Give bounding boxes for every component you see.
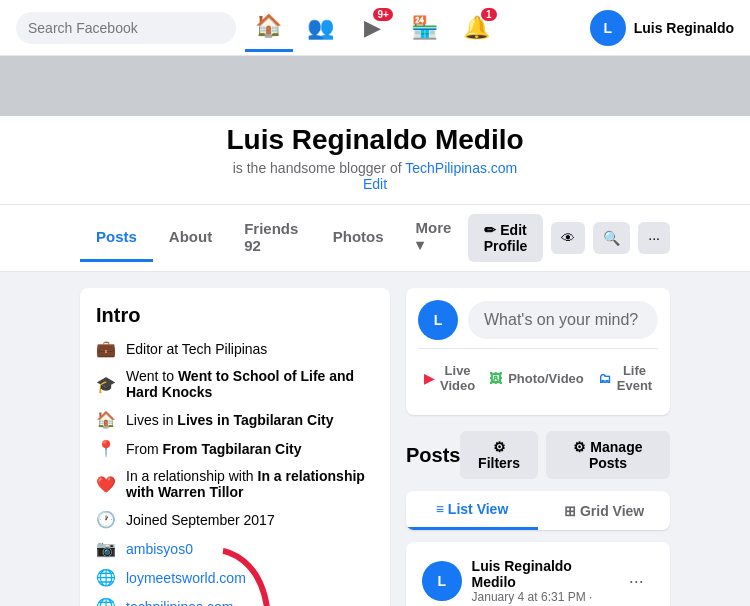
- work-icon: 💼: [96, 339, 116, 358]
- intro-work: 💼 Editor at Tech Pilipinas: [96, 339, 374, 358]
- website1-link[interactable]: loymeetsworld.com: [126, 570, 246, 586]
- post-menu-button[interactable]: ···: [619, 563, 655, 599]
- list-view-tab[interactable]: ≡ List View: [406, 491, 538, 530]
- intro-card: Intro 💼 Editor at Tech Pilipinas 🎓 Went …: [80, 288, 390, 606]
- marketplace-nav-button[interactable]: 🏪: [401, 4, 449, 52]
- more-options-button[interactable]: ···: [638, 222, 670, 254]
- intro-instagram: 📷 ambisyos0: [96, 539, 374, 558]
- marketplace-icon: 🏪: [411, 15, 438, 41]
- profile-tabs: Posts About Friends 92 Photos More ▾ ✏ E…: [0, 204, 750, 271]
- friends-icon: 👥: [307, 15, 334, 41]
- intro-relationship: ❤️ In a relationship with In a relations…: [96, 468, 374, 500]
- home-intro-icon: 🏠: [96, 410, 116, 429]
- intro-from: 📍 From From Tagbilaran City: [96, 439, 374, 458]
- profile-tagline: is the handsome blogger of TechPilipinas…: [233, 160, 518, 176]
- edit-profile-button[interactable]: ✏ Edit Profile: [468, 214, 544, 262]
- intro-website2: 🌐 techpilipinas.com: [96, 597, 374, 606]
- posts-controls: ⚙ Filters ⚙ Manage Posts: [460, 431, 670, 479]
- tab-more[interactable]: More ▾: [400, 205, 468, 271]
- tab-posts[interactable]: Posts: [80, 214, 153, 262]
- post-author-info: L Luis Reginaldo Medilo January 4 at 6:3…: [422, 558, 619, 604]
- composer-card: L What's on your mind? ▶ Live Video 🖼 Ph…: [406, 288, 670, 415]
- video-nav-button[interactable]: ▶ 9+: [349, 4, 397, 52]
- instagram-link[interactable]: ambisyos0: [126, 541, 193, 557]
- nav-left: [16, 12, 156, 44]
- grid-view-tab[interactable]: ⊞ Grid View: [538, 491, 670, 530]
- post-author-name[interactable]: Luis Reginaldo Medilo: [472, 558, 619, 590]
- website2-link[interactable]: techpilipinas.com: [126, 599, 233, 607]
- eye-button[interactable]: 👁: [551, 222, 585, 254]
- main-content: Intro 💼 Editor at Tech Pilipinas 🎓 Went …: [0, 272, 750, 606]
- post-date: January 4 at 6:31 PM ·: [472, 590, 619, 604]
- profile-site-link[interactable]: TechPilipinas.com: [405, 160, 517, 176]
- life-event-icon: 🗂: [598, 371, 611, 386]
- nav-right: L Luis Reginaldo: [590, 10, 734, 46]
- intro-education: 🎓 Went to Went to School of Life and Har…: [96, 368, 374, 400]
- live-video-button[interactable]: ▶ Live Video: [418, 357, 481, 399]
- profile-name: Luis Reginaldo Medilo: [226, 124, 523, 156]
- intro-lives: 🏠 Lives in Lives in Tagbilaran City: [96, 410, 374, 429]
- tab-photos[interactable]: Photos: [317, 214, 400, 262]
- notifications-nav-button[interactable]: 🔔 1: [453, 4, 501, 52]
- top-nav: 🏠 👥 ▶ 9+ 🏪 🔔 1 L Luis Reginaldo: [0, 0, 750, 56]
- post-avatar: L: [422, 561, 462, 601]
- education-icon: 🎓: [96, 375, 116, 394]
- tab-friends[interactable]: Friends 92: [228, 206, 317, 271]
- posts-section-title: Posts: [406, 444, 460, 467]
- intro-title: Intro: [96, 304, 374, 327]
- intro-website1: 🌐 loymeetsworld.com: [96, 568, 374, 587]
- manage-posts-button[interactable]: ⚙ Manage Posts: [546, 431, 670, 479]
- post-card: L Luis Reginaldo Medilo January 4 at 6:3…: [406, 542, 670, 606]
- search-tab-button[interactable]: 🔍: [593, 222, 630, 254]
- composer-actions: ▶ Live Video 🖼 Photo/Video 🗂 Life Event: [418, 348, 658, 403]
- profile-info-area: Luis Reginaldo Medilo is the handsome bl…: [0, 116, 750, 192]
- left-column: Intro 💼 Editor at Tech Pilipinas 🎓 Went …: [80, 288, 390, 606]
- right-column: L What's on your mind? ▶ Live Video 🖼 Ph…: [406, 288, 670, 606]
- view-tabs: ≡ List View ⊞ Grid View: [406, 491, 670, 530]
- video-badge: 9+: [373, 8, 392, 21]
- post-meta: Luis Reginaldo Medilo January 4 at 6:31 …: [472, 558, 619, 604]
- clock-icon: 🕐: [96, 510, 116, 529]
- composer-top: L What's on your mind?: [418, 300, 658, 340]
- tab-about[interactable]: About: [153, 214, 228, 262]
- photo-video-button[interactable]: 🖼 Photo/Video: [483, 357, 590, 399]
- intro-joined: 🕐 Joined September 2017: [96, 510, 374, 529]
- home-nav-button[interactable]: 🏠: [245, 4, 293, 52]
- globe-icon-1: 🌐: [96, 568, 116, 587]
- location-icon: 📍: [96, 439, 116, 458]
- user-name-nav: Luis Reginaldo: [634, 20, 734, 36]
- profile-header: Luis Reginaldo Medilo is the handsome bl…: [0, 56, 750, 272]
- post-header: L Luis Reginaldo Medilo January 4 at 6:3…: [422, 558, 654, 604]
- posts-header: Posts ⚙ Filters ⚙ Manage Posts: [406, 431, 670, 479]
- composer-avatar: L: [418, 300, 458, 340]
- life-event-button[interactable]: 🗂 Life Event: [592, 357, 658, 399]
- photo-video-icon: 🖼: [489, 371, 502, 386]
- profile-edit-link[interactable]: Edit: [363, 176, 387, 192]
- notifications-badge: 1: [481, 8, 497, 21]
- instagram-icon: 📷: [96, 539, 116, 558]
- nav-center: 🏠 👥 ▶ 9+ 🏪 🔔 1: [156, 4, 590, 52]
- user-avatar-nav: L: [590, 10, 626, 46]
- friends-nav-button[interactable]: 👥: [297, 4, 345, 52]
- home-icon: 🏠: [255, 13, 282, 39]
- globe-icon-2: 🌐: [96, 597, 116, 606]
- profile-cover: [0, 56, 750, 116]
- live-video-icon: ▶: [424, 371, 434, 386]
- tab-actions: ✏ Edit Profile 👁 🔍 ···: [468, 214, 670, 262]
- filters-button[interactable]: ⚙ Filters: [460, 431, 537, 479]
- heart-icon: ❤️: [96, 475, 116, 494]
- composer-input[interactable]: What's on your mind?: [468, 301, 658, 339]
